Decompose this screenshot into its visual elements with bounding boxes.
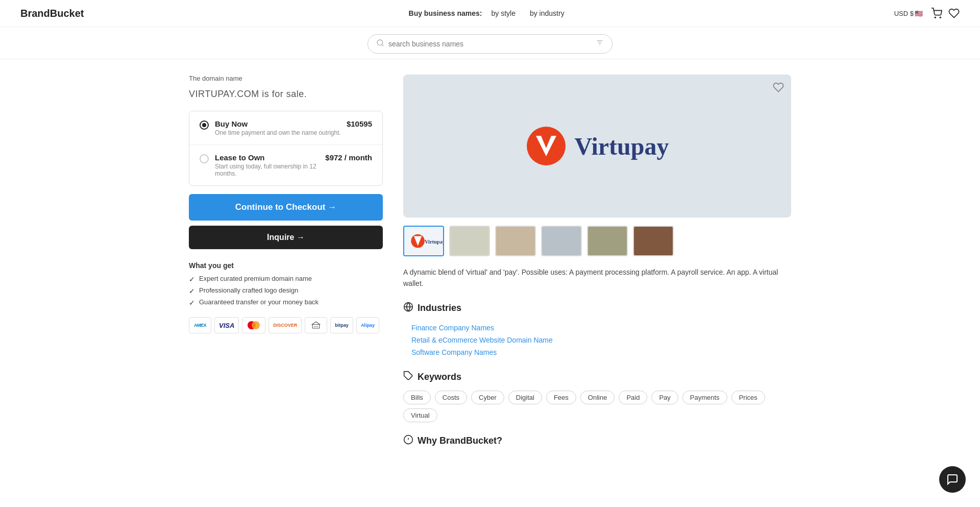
- filter-icon[interactable]: [596, 39, 604, 49]
- keyword-8[interactable]: Payments: [682, 391, 727, 404]
- discover-icon: DISCOVER: [268, 317, 302, 333]
- lease-radio[interactable]: [200, 154, 209, 163]
- header-icon-group: [931, 8, 960, 19]
- lease-label: Lease to Own: [215, 153, 325, 162]
- virtupay-logo-text: Virtupay: [575, 132, 669, 160]
- search-section: [0, 27, 980, 59]
- buy-now-desc: One time payment and own the name outrig…: [215, 129, 347, 136]
- domain-title: VIRTUPAY.COM is for sale.: [189, 84, 383, 101]
- buy-now-radio[interactable]: [200, 120, 209, 130]
- svg-point-1: [940, 17, 941, 18]
- svg-line-3: [382, 44, 383, 46]
- domain-suffix: .COM is for sale.: [234, 89, 307, 99]
- buy-now-label: Buy Now: [215, 119, 347, 128]
- svg-point-13: [527, 127, 566, 165]
- purchase-options: Buy Now One time payment and own the nam…: [189, 111, 383, 186]
- keyword-6[interactable]: Paid: [619, 391, 647, 404]
- keyword-10[interactable]: Virtual: [403, 408, 437, 422]
- thumbnail-4[interactable]: [587, 226, 628, 256]
- bank-icon: [305, 317, 327, 333]
- keywords-title: Keywords: [403, 371, 791, 383]
- thumbnail-5[interactable]: [633, 226, 674, 256]
- lease-option[interactable]: Lease to Own Start using today, full own…: [189, 145, 382, 185]
- domain-name: VIRTUPAY: [189, 89, 234, 99]
- keyword-3[interactable]: Digital: [508, 391, 542, 404]
- buy-now-option[interactable]: Buy Now One time payment and own the nam…: [189, 111, 382, 145]
- thumbnail-2[interactable]: [495, 226, 536, 256]
- keyword-5[interactable]: Online: [580, 391, 615, 404]
- keyword-7[interactable]: Pay: [651, 391, 678, 404]
- globe-icon: [403, 302, 413, 315]
- chat-button[interactable]: [939, 466, 966, 475]
- header-right: USD $ 🇺🇸: [894, 8, 960, 19]
- domain-label: The domain name: [189, 75, 383, 82]
- keyword-2[interactable]: Cyber: [471, 391, 504, 404]
- lease-price: $972 / month: [325, 153, 372, 162]
- benefits-title: What you get: [189, 261, 383, 270]
- benefit-1: ✓ Expert curated premium domain name: [189, 275, 383, 283]
- inquire-button[interactable]: Inquire →: [189, 226, 383, 249]
- keywords-section: Keywords Bills Costs Cyber Digital Fees …: [403, 371, 791, 422]
- logo-showcase: Virtupay: [403, 75, 791, 218]
- nav-buy-label: Buy business names:: [409, 9, 482, 17]
- right-panel: Virtupay Virtupay: [383, 75, 791, 460]
- tag-icon: [403, 371, 413, 383]
- benefit-2: ✓ Professionally crafted logo design: [189, 286, 383, 295]
- buy-now-info: Buy Now One time payment and own the nam…: [215, 119, 347, 136]
- svg-point-0: [935, 17, 936, 18]
- currency-flag: 🇺🇸: [915, 10, 923, 17]
- virtupay-v-icon: [526, 126, 567, 166]
- brand-description: A dynamic blend of 'virtual' and 'pay'. …: [403, 267, 791, 289]
- alipay-icon: Alipay: [356, 317, 379, 333]
- industries-section: Industries Finance Company Names Retail …: [403, 302, 791, 358]
- search-input[interactable]: [388, 40, 592, 48]
- main-nav: Buy business names: by style by industry: [409, 7, 570, 19]
- search-icon: [376, 39, 384, 49]
- amex-icon: AMEX: [189, 317, 211, 333]
- currency-selector[interactable]: USD $ 🇺🇸: [894, 10, 923, 17]
- svg-point-2: [377, 40, 383, 45]
- search-bar-container: [368, 34, 612, 54]
- check-icon-2: ✓: [189, 287, 195, 295]
- lease-info: Lease to Own Start using today, full own…: [215, 153, 325, 177]
- bitpay-icon: bitpay: [330, 317, 353, 333]
- thumbnails-row: Virtupay: [403, 226, 791, 256]
- brand-logo-display: Virtupay: [526, 126, 669, 166]
- keyword-1[interactable]: Costs: [435, 391, 467, 404]
- info-icon: [403, 434, 413, 447]
- buy-now-price: $10595: [347, 119, 372, 128]
- industry-1[interactable]: Retail & eCommerce Website Domain Name: [403, 334, 791, 346]
- keyword-9[interactable]: Prices: [731, 391, 765, 404]
- industries-title: Industries: [403, 302, 791, 315]
- thumbnail-1[interactable]: [449, 226, 490, 256]
- nav-by-industry[interactable]: by industry: [525, 7, 570, 19]
- wishlist-button[interactable]: [773, 82, 784, 96]
- site-logo[interactable]: BrandBucket: [20, 8, 84, 19]
- mastercard-icon: [242, 317, 265, 333]
- main-content: The domain name VIRTUPAY.COM is for sale…: [168, 59, 812, 475]
- visa-icon: VISA: [214, 317, 239, 333]
- check-icon-1: ✓: [189, 275, 195, 283]
- industry-0[interactable]: Finance Company Names: [403, 322, 791, 334]
- nav-by-style[interactable]: by style: [486, 7, 520, 19]
- payment-icons: AMEX VISA DISCOVER bitpay Alipay: [189, 317, 383, 333]
- keyword-0[interactable]: Bills: [403, 391, 431, 404]
- left-panel: The domain name VIRTUPAY.COM is for sale…: [189, 75, 383, 460]
- svg-point-8: [252, 321, 260, 329]
- keywords-wrap: Bills Costs Cyber Digital Fees Online Pa…: [403, 391, 791, 422]
- svg-text:Virtupay: Virtupay: [425, 239, 443, 245]
- lease-desc: Start using today, full ownership in 12 …: [215, 163, 325, 177]
- checkout-button[interactable]: Continue to Checkout →: [189, 194, 383, 221]
- wishlist-header-button[interactable]: [948, 8, 960, 19]
- why-title: Why BrandBucket?: [403, 434, 791, 447]
- cart-button[interactable]: [931, 8, 942, 19]
- benefit-3: ✓ Guaranteed transfer or your money back: [189, 298, 383, 307]
- site-header: BrandBucket Buy business names: by style…: [0, 0, 980, 27]
- check-icon-3: ✓: [189, 299, 195, 307]
- thumbnail-3[interactable]: [541, 226, 582, 256]
- industry-2[interactable]: Software Company Names: [403, 346, 791, 358]
- thumbnail-0[interactable]: Virtupay: [403, 226, 444, 256]
- keyword-4[interactable]: Fees: [546, 391, 576, 404]
- why-section: Why BrandBucket?: [403, 434, 791, 447]
- benefits-section: What you get ✓ Expert curated premium do…: [189, 261, 383, 307]
